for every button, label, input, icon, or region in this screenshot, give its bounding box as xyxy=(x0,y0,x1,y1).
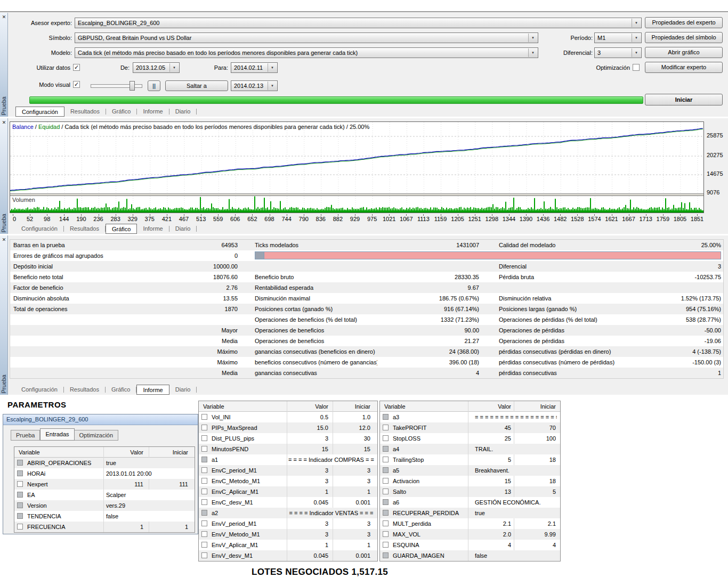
param-checkbox[interactable] xyxy=(383,446,389,452)
optimization-checkbox[interactable] xyxy=(633,64,640,71)
param-checkbox[interactable] xyxy=(201,414,207,420)
tab-grafico[interactable]: Gráfico xyxy=(106,385,136,395)
param-checkbox[interactable] xyxy=(383,552,389,558)
tab-resultados[interactable]: Resultados xyxy=(64,224,105,234)
param-value: TRAIL. xyxy=(475,444,557,454)
close-icon[interactable]: ✕ xyxy=(0,14,8,20)
param-checkbox[interactable] xyxy=(17,524,23,530)
chevron-down-icon[interactable]: ▼ xyxy=(528,34,537,42)
from-date-select[interactable]: 2013.12.05 ▼ xyxy=(133,62,180,73)
param-checkbox[interactable] xyxy=(17,460,23,466)
param-checkbox[interactable] xyxy=(201,531,207,537)
x-tick-label: 1390 xyxy=(520,216,532,222)
tab-diario[interactable]: Diario xyxy=(169,385,197,395)
chart-x-axis: 0529814419023628332937542146751355960665… xyxy=(10,214,704,223)
param-checkbox[interactable] xyxy=(17,513,23,519)
model-select[interactable]: Cada tick (el método más preciso basado … xyxy=(75,47,538,58)
param-checkbox[interactable] xyxy=(201,478,207,484)
param-checkbox[interactable] xyxy=(201,542,207,548)
symbol-properties-button[interactable]: Propiedades del símbolo xyxy=(645,32,723,43)
param-checkbox[interactable] xyxy=(383,435,389,441)
param-checkbox[interactable] xyxy=(383,425,389,430)
tab-informe[interactable]: Informe xyxy=(137,107,168,117)
chevron-down-icon[interactable]: ▼ xyxy=(632,34,641,42)
param-checkbox[interactable] xyxy=(201,510,207,516)
pause-button[interactable]: || xyxy=(148,80,160,91)
x-tick-label: 1205 xyxy=(451,216,464,222)
report-cell: -50.00 xyxy=(598,325,721,336)
tab-configuracion[interactable]: Configuración xyxy=(15,107,64,117)
expert-properties-button[interactable]: Propiedades del experto xyxy=(645,17,723,28)
tab-informe[interactable]: Informe xyxy=(136,385,169,395)
param-checkbox[interactable] xyxy=(201,425,207,430)
prueba-vertical-tab[interactable]: Prueba xyxy=(1,96,7,115)
chevron-down-icon[interactable]: ▼ xyxy=(632,48,641,57)
to-date-select[interactable]: 2014.02.11 ▼ xyxy=(231,62,278,73)
prueba-vertical-tab[interactable]: Prueba xyxy=(1,375,7,393)
close-icon[interactable]: ✕ xyxy=(0,120,8,125)
tab-diario[interactable]: Diario xyxy=(169,224,197,234)
chevron-down-icon[interactable]: ▼ xyxy=(268,82,277,90)
param-checkbox[interactable] xyxy=(383,510,389,516)
param-checkbox[interactable] xyxy=(17,481,23,487)
param-start-value: 5 xyxy=(513,486,556,497)
param-checkbox[interactable] xyxy=(17,470,23,476)
param-checkbox[interactable] xyxy=(383,467,389,473)
param-checkbox[interactable] xyxy=(201,467,207,473)
tab-configuracion[interactable]: Configuración xyxy=(15,385,63,395)
chevron-down-icon[interactable]: ▼ xyxy=(169,63,179,72)
skip-to-button[interactable]: Saltar a xyxy=(165,80,228,91)
param-checkbox[interactable] xyxy=(201,435,207,441)
tab-resultados[interactable]: Resultados xyxy=(64,385,105,395)
param-checkbox[interactable] xyxy=(383,414,389,420)
tab-diario[interactable]: Diario xyxy=(169,107,197,117)
param-checkbox[interactable] xyxy=(383,520,389,526)
param-checkbox[interactable] xyxy=(201,520,207,526)
period-select[interactable]: M1 ▼ xyxy=(594,32,642,43)
dialog-title-bar[interactable]: Escalping_BOLINGER_29_600 xyxy=(3,414,198,425)
test-progress-bar xyxy=(29,96,643,104)
param-checkbox[interactable] xyxy=(201,457,207,462)
modify-expert-button[interactable]: Modificar experto xyxy=(645,62,723,73)
use-dates-checkbox[interactable]: ✓ xyxy=(73,64,80,71)
report-cell: 396.00 (18) xyxy=(363,357,479,368)
spread-select[interactable]: 3 ▼ xyxy=(594,47,642,58)
dialog-tab-entradas[interactable]: Entradas xyxy=(40,428,74,441)
param-checkbox[interactable] xyxy=(383,531,389,537)
prueba-vertical-tab[interactable]: Prueba xyxy=(1,214,7,232)
chevron-down-icon[interactable]: ▼ xyxy=(528,48,537,57)
param-checkbox[interactable] xyxy=(383,478,389,484)
chevron-down-icon[interactable]: ▼ xyxy=(268,63,277,72)
chevron-down-icon[interactable]: ▼ xyxy=(632,19,641,27)
param-value: 1 xyxy=(280,540,328,550)
param-checkbox[interactable] xyxy=(201,446,207,452)
tab-resultados[interactable]: Resultados xyxy=(64,107,106,117)
param-start-value: 1 xyxy=(328,540,370,550)
param-name: a2 xyxy=(212,508,285,518)
param-checkbox[interactable] xyxy=(17,502,23,508)
skip-date-select[interactable]: 2014.02.13 ▼ xyxy=(231,80,278,91)
symbol-select[interactable]: GBPUSD, Great Britain Pound vs US Dollar… xyxy=(75,32,538,43)
param-checkbox[interactable] xyxy=(201,499,207,505)
open-chart-button[interactable]: Abrir gráfico xyxy=(645,47,723,58)
start-button[interactable]: Iniciar xyxy=(645,94,723,105)
report-cell: Factor de beneficio xyxy=(13,282,136,293)
column-divider xyxy=(103,500,104,511)
param-checkbox[interactable] xyxy=(17,492,23,498)
tab-grafico[interactable]: Gráfico xyxy=(106,107,136,117)
param-checkbox[interactable] xyxy=(383,499,389,505)
param-checkbox[interactable] xyxy=(383,542,389,548)
close-icon[interactable]: ✕ xyxy=(0,237,8,242)
dialog-tab-optimizacion[interactable]: Optimización xyxy=(75,430,119,441)
param-checkbox[interactable] xyxy=(383,489,389,494)
tab-configuracion[interactable]: Configuración xyxy=(15,224,63,234)
tab-informe[interactable]: Informe xyxy=(137,224,168,234)
dialog-tab-prueba[interactable]: Prueba xyxy=(11,430,40,441)
param-checkbox[interactable] xyxy=(201,489,207,494)
param-checkbox[interactable] xyxy=(201,552,207,558)
tab-grafico[interactable]: Gráfico xyxy=(106,224,137,234)
visual-speed-slider-handle[interactable] xyxy=(130,81,135,91)
param-checkbox[interactable] xyxy=(383,457,389,462)
visual-mode-checkbox[interactable]: ✓ xyxy=(73,81,80,88)
expert-select[interactable]: Escalping_BOLINGER_29_600 ▼ xyxy=(75,18,642,28)
